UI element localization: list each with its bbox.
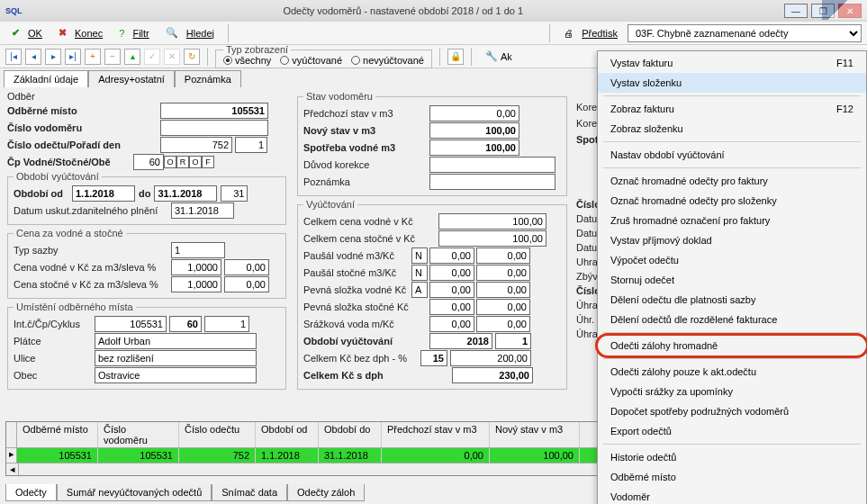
datum-uskut-input[interactable] (171, 202, 234, 219)
grid-h6[interactable]: Předchozí stav v m3 (382, 422, 490, 447)
poradi-input[interactable] (235, 137, 267, 153)
typ-sazby-input[interactable] (171, 242, 225, 258)
pausal-stocne-flag[interactable] (411, 265, 428, 281)
filtr-button[interactable]: ? Filtr (113, 26, 156, 40)
menu-zobraz-slozenku[interactable]: Zobraz složenku (598, 119, 866, 139)
obdobi-od-input[interactable] (72, 185, 135, 202)
srazkova-2[interactable] (476, 316, 530, 332)
predchozi-input[interactable] (429, 105, 519, 122)
pausal-vodne-kc[interactable] (476, 248, 530, 264)
menu-vystav-fakturu[interactable]: Vystav fakturuF11 (598, 53, 866, 73)
pausal-stocne-m3[interactable] (429, 265, 474, 281)
tab-addresses[interactable]: Adresy+ostatní (88, 70, 175, 87)
pevna-stocne-2[interactable] (476, 299, 530, 315)
menu-vystav-slozenku[interactable]: Vystav složenku (598, 73, 866, 93)
radio-billed[interactable]: vyúčtované (280, 55, 342, 66)
duvod-input[interactable] (429, 157, 555, 173)
flag-r[interactable]: R (176, 156, 189, 168)
pausal-vodne-m3[interactable] (429, 248, 474, 264)
cislo-odectu-input[interactable] (160, 137, 232, 153)
obec-input[interactable] (95, 367, 257, 383)
grid-h7[interactable]: Nový stav v m3 (490, 422, 580, 447)
grid-h2[interactable]: Číslo vodoměru (98, 422, 179, 447)
menu-zrus-oznaceni[interactable]: Zruš hromadné označení pro faktury (598, 211, 866, 230)
celkem-stocne-input[interactable] (438, 230, 546, 247)
obdobi-do-input[interactable] (154, 185, 217, 202)
tab-note[interactable]: Poznámka (175, 70, 241, 87)
nav-add-icon[interactable]: + (85, 49, 101, 65)
btab-snimac[interactable]: Snímač data (212, 484, 287, 501)
cena-vodne-sleva[interactable] (224, 259, 269, 275)
menu-zobraz-fakturu[interactable]: Zobraz fakturuF12 (598, 99, 866, 119)
menu-vypocet-odectu[interactable]: Výpočet odečtu (598, 250, 866, 270)
nav-prev-icon[interactable]: ◂ (25, 49, 41, 65)
menu-odberne-misto[interactable]: Odběrné místo (598, 467, 866, 487)
celkem-vodne-input[interactable] (438, 213, 546, 230)
menu-nastav-obdobi[interactable]: Nastav období vyúčtování (598, 145, 866, 165)
pevna-vodne-1[interactable] (429, 282, 474, 298)
celkem-s-input[interactable] (452, 367, 533, 383)
menu-oznac-faktury[interactable]: Označ hromadné odečty pro faktury (598, 171, 866, 191)
grid-h4[interactable]: Období od (256, 422, 319, 447)
srazkova-1[interactable] (429, 316, 474, 332)
pevna-vodne-2[interactable] (476, 282, 530, 298)
obdobi-vyuct-n[interactable] (495, 333, 531, 349)
nav-last-icon[interactable]: ▸| (65, 49, 81, 65)
predtisk-button[interactable]: 🖨 Předtisk (557, 26, 624, 40)
grid-h1[interactable]: Odběrné místo (17, 422, 98, 447)
obdobi-vyuct-rok[interactable] (429, 333, 492, 349)
flag-f[interactable]: F (202, 156, 214, 168)
flag-o[interactable]: O (164, 156, 176, 168)
menu-deleni-fakturace[interactable]: Dělení odečtů dle rozdělené fakturace (598, 310, 866, 329)
menu-vypocti-srazky[interactable]: Vypočti srážky za upomínky (598, 382, 866, 401)
konec-button[interactable]: ✖ Konec (52, 25, 109, 40)
minimize-button[interactable]: — (784, 4, 808, 18)
cena-vodne-input[interactable] (171, 259, 221, 275)
grid-h3[interactable]: Číslo odečtu (179, 422, 256, 447)
obdobi-dni-input[interactable] (221, 185, 248, 202)
grid-h5[interactable]: Období do (319, 422, 382, 447)
btab-odecty[interactable]: Odečty (5, 484, 57, 501)
btab-zalohy[interactable]: Odečty záloh (287, 484, 365, 501)
menu-vystav-prijmovy[interactable]: Vystav příjmový doklad (598, 230, 866, 250)
cena-stocne-sleva[interactable] (224, 276, 269, 292)
pausal-vodne-flag[interactable] (411, 248, 428, 264)
intc2-input[interactable] (169, 316, 202, 332)
radio-all[interactable]: všechny (223, 55, 271, 66)
menu-historie-odectu[interactable]: Historie odečtů (598, 447, 866, 467)
akce-button[interactable]: 🔧Ak (479, 49, 519, 64)
odberne-misto-input[interactable] (160, 103, 268, 119)
celkem-bez-input[interactable] (450, 350, 531, 366)
hledej-button[interactable]: 🔍 Hledej (159, 25, 221, 40)
ulice-input[interactable] (95, 350, 257, 366)
menu-odecti-zalohy-hromadne[interactable]: Odečti zálohy hromadně (598, 336, 866, 356)
poznamka-input[interactable] (429, 174, 555, 190)
scroll-left-icon[interactable]: ◂ (6, 464, 19, 475)
nav-refresh-icon[interactable]: ↻ (184, 49, 200, 65)
spotreba-input[interactable] (429, 140, 519, 156)
nav-first-icon[interactable]: |◂ (5, 49, 22, 65)
menu-export-odectu[interactable]: Export odečtů (598, 421, 866, 441)
tab-basic[interactable]: Základní údaje (4, 70, 88, 87)
pevna-vodne-flag[interactable] (411, 282, 428, 298)
intc3-input[interactable] (204, 316, 249, 332)
novy-stav-input[interactable] (429, 122, 519, 139)
menu-stornuj-odecet[interactable]: Stornuj odečet (598, 270, 866, 290)
menu-odecti-zalohy-akt[interactable]: Odečti zálohy pouze k akt.odečtu (598, 362, 866, 382)
menu-deleni-sazby[interactable]: Dělení odečtu dle platnosti sazby (598, 290, 866, 310)
nav-up-icon[interactable]: ▴ (124, 49, 140, 65)
predtisk-select[interactable]: 03F. Chybně zaznamenané odečty (628, 24, 862, 42)
menu-vodomer[interactable]: Vodoměr (598, 487, 866, 504)
celkem-bez-pct[interactable] (420, 350, 447, 366)
cislo-vodomeru-input[interactable] (160, 120, 268, 136)
radio-unbilled[interactable]: nevyúčtované (351, 55, 424, 66)
ok-button[interactable]: ✔ OK (5, 25, 49, 40)
flag-o2[interactable]: O (189, 156, 202, 168)
cena-stocne-input[interactable] (171, 276, 221, 292)
nav-del-icon[interactable]: − (104, 49, 121, 65)
menu-dopocet-spotreby[interactable]: Dopočet spotřeby podružných vodoměrů (598, 401, 866, 421)
intc1-input[interactable] (95, 316, 167, 332)
cp-input[interactable] (133, 154, 164, 170)
menu-oznac-slozenky[interactable]: Označ hromadné odečty pro složenky (598, 191, 866, 211)
platce-input[interactable] (95, 333, 257, 349)
